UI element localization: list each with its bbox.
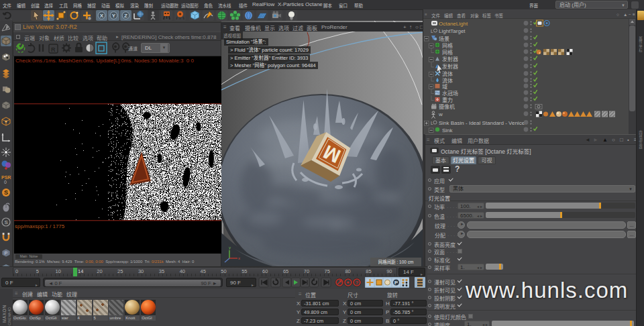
svg-text:Y: Y (112, 13, 116, 19)
svg-text:OctaneLight: OctaneLight (439, 21, 468, 27)
svg-text:?: ? (356, 280, 359, 286)
svg-text:S: S (5, 219, 9, 225)
svg-text:网格: 网格 (442, 42, 453, 49)
svg-text:PSR: PSR (1, 175, 11, 180)
svg-text:Sink Basin - Ideal Standard -: Sink Basin - Ideal Standard - Venice (439, 120, 525, 126)
svg-text:S: S (4, 189, 8, 196)
svg-text:P: P (5, 251, 8, 256)
svg-text:摄像机: 摄像机 (439, 103, 455, 110)
svg-text:重力: 重力 (442, 97, 453, 103)
svg-text:流体: 流体 (442, 70, 453, 77)
svg-text:发射器: 发射器 (442, 56, 458, 62)
svg-text:y: y (229, 246, 231, 250)
svg-text:P: P (394, 280, 398, 286)
svg-text:spp/maxspp:1 / 1775: spp/maxspp:1 / 1775 (15, 223, 65, 229)
svg-text:x: x (238, 256, 240, 260)
svg-text:网格: 网格 (442, 49, 453, 56)
svg-text:0: 0 (4, 180, 7, 184)
svg-text:LightTarget: LightTarget (439, 28, 466, 34)
svg-text:w: w (438, 111, 443, 117)
svg-text:L: L (431, 29, 433, 34)
svg-text:场景: 场景 (439, 36, 449, 42)
svg-text:流体: 流体 (442, 77, 453, 84)
svg-text:R: R (51, 46, 56, 53)
svg-text:Sink: Sink (442, 127, 453, 133)
svg-text:通道: 通道 (128, 46, 138, 52)
svg-text:Z: Z (124, 13, 127, 19)
svg-text:L: L (431, 121, 433, 125)
svg-text:域: 域 (442, 83, 447, 90)
svg-text:发射器: 发射器 (442, 63, 458, 70)
svg-text:Check:0ms./1ms. MeshGen:0ms. U: Check:0ms./1ms. MeshGen:0ms. Update[L]:0… (15, 58, 194, 64)
svg-text:X: X (100, 13, 104, 19)
svg-text:水冠场: 水冠场 (442, 90, 458, 97)
